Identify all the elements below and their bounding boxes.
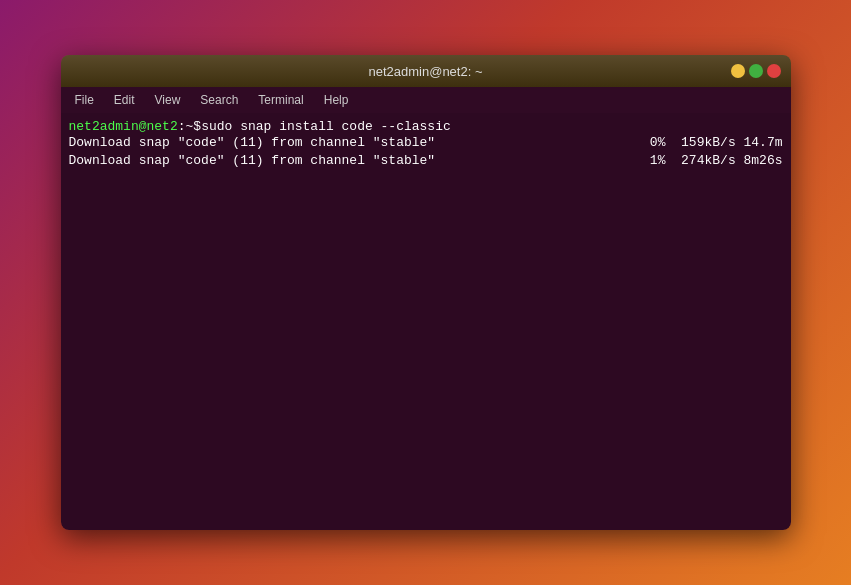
prompt-suffix: :~$ — [178, 119, 201, 134]
maximize-button[interactable] — [749, 64, 763, 78]
output-line-1: Download snap "code" (11) from channel "… — [69, 134, 783, 152]
prompt-line: net2admin@net2:~$ sudo snap install code… — [69, 119, 783, 134]
menu-terminal[interactable]: Terminal — [250, 91, 311, 109]
menu-view[interactable]: View — [147, 91, 189, 109]
titlebar: net2admin@net2: ~ — [61, 55, 791, 87]
menu-search[interactable]: Search — [192, 91, 246, 109]
terminal-window: net2admin@net2: ~ File Edit View Search … — [61, 55, 791, 530]
output-stats-2: 1% 274kB/s 8m26s — [634, 152, 782, 170]
prompt-user: net2admin@net2 — [69, 119, 178, 134]
menu-help[interactable]: Help — [316, 91, 357, 109]
output-stats-1: 0% 159kB/s 14.7m — [634, 134, 782, 152]
output-line-2: Download snap "code" (11) from channel "… — [69, 152, 783, 170]
terminal-body[interactable]: net2admin@net2:~$ sudo snap install code… — [61, 113, 791, 530]
prompt-command: sudo snap install code --classic — [201, 119, 451, 134]
minimize-button[interactable] — [731, 64, 745, 78]
window-title: net2admin@net2: ~ — [368, 64, 482, 79]
close-button[interactable] — [767, 64, 781, 78]
menu-file[interactable]: File — [67, 91, 102, 109]
output-text-1: Download snap "code" (11) from channel "… — [69, 134, 635, 152]
window-controls — [731, 64, 781, 78]
menu-edit[interactable]: Edit — [106, 91, 143, 109]
output-text-2: Download snap "code" (11) from channel "… — [69, 152, 635, 170]
menubar: File Edit View Search Terminal Help — [61, 87, 791, 113]
